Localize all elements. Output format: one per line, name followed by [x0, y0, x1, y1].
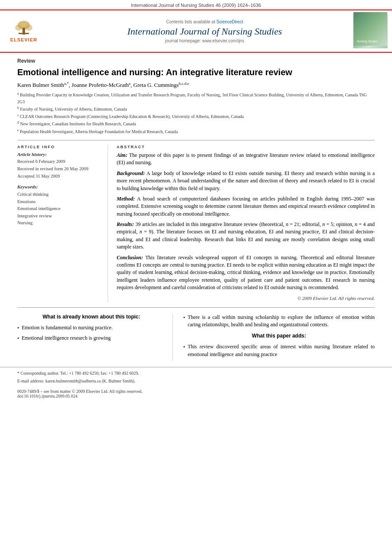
adds-bullet-1: • This review discovered specific areas …	[183, 343, 375, 358]
abstract-method: Method: A broad search of computerized d…	[117, 195, 375, 218]
method-text: A broad search of computerized databases…	[117, 196, 375, 217]
author-2-sup: a	[129, 81, 131, 86]
bullet-icon-2: •	[17, 335, 19, 342]
elsevier-wordmark: ELSEVIER	[10, 37, 37, 42]
bottom-section: What is already known about this topic: …	[17, 307, 375, 361]
received-date: Received 6 February 2009	[17, 158, 102, 166]
known-bullet-2-text: Emotional intelligence research is growi…	[22, 334, 166, 342]
author-2: Joanne Profetto-McGrath	[72, 82, 129, 88]
abstract-heading: ABSTRACT	[117, 145, 375, 149]
elsevier-logo: ELSEVIER	[4, 19, 43, 43]
article-info-abstract: ARTICLE INFO Article history: Received 6…	[17, 140, 375, 302]
keyword-2: Emotions	[17, 198, 102, 205]
main-content: Review Emotional intelligence and nursin…	[0, 53, 392, 361]
adds-bullet-1-text: This review discovered specific areas of…	[188, 343, 375, 358]
background-label: Background:	[117, 170, 145, 176]
author-3: Greta G. Cummings	[134, 82, 179, 88]
banner-center: Contents lists available at ScienceDirec…	[61, 19, 349, 43]
paper-adds-box: • There is a call within nursing scholar…	[182, 314, 375, 361]
journal-reference: International Journal of Nursing Studies…	[0, 0, 392, 10]
svg-text:Nursing Studies: Nursing Studies	[357, 40, 378, 43]
known-topic-heading: What is already known about this topic:	[17, 314, 166, 320]
known-bullet-1: • Emotion is fundamental to nursing prac…	[17, 324, 166, 332]
method-label: Method:	[117, 196, 135, 202]
article-title: Emotional intelligence and nursing: An i…	[17, 67, 375, 78]
sciencedirect-link[interactable]: ScienceDirect	[217, 19, 243, 24]
bullet-icon-1: •	[17, 325, 19, 332]
abstract-background: Background: A large body of knowledge re…	[117, 170, 375, 192]
conclusion-label: Conclusion:	[117, 255, 143, 261]
conclusion-text: This literature reveals widespread suppo…	[117, 255, 375, 291]
journal-banner: ELSEVIER Contents lists available at Sci…	[0, 10, 392, 53]
aim-label: Aim:	[117, 152, 127, 158]
footer: * Corresponding author. Tel.: +1 780 492…	[0, 367, 392, 403]
elsevier-logo-area: ELSEVIER	[4, 19, 56, 43]
affil-c: c CLEAR Outcomes Research Program (Conne…	[17, 113, 375, 120]
email-line: E-mail address: karen.bulmersmith@ualber…	[17, 378, 375, 384]
history-label: Article history:	[17, 152, 102, 157]
article-type: Review	[17, 58, 375, 64]
affil-a: a Building Provider Capacity in Knowledg…	[17, 91, 375, 105]
abstract-aim: Aim: The purpose of this paper is to pre…	[117, 152, 375, 167]
keywords-block: Keywords: Critical thinking Emotions Emo…	[17, 184, 102, 226]
keyword-3: Emotional intelligence	[17, 205, 102, 212]
author-1-sup: a,*	[64, 81, 69, 86]
abstract-conclusion: Conclusion: This literature reveals wide…	[117, 254, 375, 292]
known-bullet-1-text: Emotion is fundamental to nursing practi…	[22, 324, 166, 331]
right-bullet-1-text: There is a call within nursing scholarsh…	[188, 314, 375, 329]
abstract-column: ABSTRACT Aim: The purpose of this paper …	[117, 145, 375, 302]
affiliations: a Building Provider Capacity in Knowledg…	[17, 91, 375, 135]
background-text: A large body of knowledge related to EI …	[117, 170, 375, 191]
journal-title: International Journal of Nursing Studies	[61, 26, 349, 37]
elsevier-tree-icon	[11, 20, 37, 36]
svg-rect-5	[19, 33, 29, 34]
journal-cover-svg: Nursing Studies	[354, 12, 387, 46]
aim-text: The purpose of this paper is to present …	[117, 152, 375, 166]
journal-ref-text: International Journal of Nursing Studies…	[131, 3, 261, 8]
affil-d: d New Investigator, Canadian Institutes …	[17, 120, 375, 127]
article-info-heading: ARTICLE INFO	[17, 145, 102, 149]
accepted-date: Accepted 31 May 2009	[17, 173, 102, 180]
paper-adds-heading: What this paper adds:	[183, 333, 375, 339]
results-label: Results:	[117, 221, 134, 227]
affil-b: b Faculty of Nursing, University of Albe…	[17, 105, 375, 112]
right-bullet-1: • There is a call within nursing scholar…	[183, 314, 375, 329]
bullet-icon-r1: •	[183, 314, 185, 322]
article-info-column: ARTICLE INFO Article history: Received 6…	[17, 145, 108, 302]
keyword-5: Nursing	[17, 219, 102, 226]
bullet-icon-a1: •	[183, 344, 185, 351]
svg-point-3	[25, 25, 32, 31]
keywords-label: Keywords:	[17, 184, 102, 189]
corresponding-author: * Corresponding author. Tel.: +1 780 492…	[17, 370, 375, 376]
author-1: Karen Bulmer Smith	[17, 82, 64, 88]
license-line: 0020-7489/$ – see front matter © 2009 El…	[17, 389, 375, 394]
copyright-line: © 2009 Elsevier Ltd. All rights reserved…	[117, 295, 375, 302]
journal-cover-image: Nursing Studies	[353, 14, 388, 48]
revised-date: Received in revised form 26 May 2009	[17, 166, 102, 173]
svg-point-2	[15, 25, 22, 31]
keyword-1: Critical thinking	[17, 191, 102, 198]
abstract-results: Results: 39 articles are included in thi…	[117, 221, 375, 251]
contents-available: Contents lists available at ScienceDirec…	[61, 19, 349, 24]
journal-homepage: journal homepage: www.elsevier.com/ijns	[61, 38, 349, 43]
doi-line: doi:10.1016/j.ijnurstu.2009.05.024	[17, 394, 375, 398]
page-wrapper: International Journal of Nursing Studies…	[0, 0, 392, 535]
results-text: 39 articles are included in this integra…	[117, 221, 375, 250]
affil-e: e Population Health Investigator, Albert…	[17, 128, 375, 135]
abstract-content: Aim: The purpose of this paper is to pre…	[117, 152, 375, 302]
keyword-4: Integrative review	[17, 212, 102, 220]
author-3-sup: b,c,d,e	[179, 81, 189, 86]
known-bullet-2: • Emotional intelligence research is gro…	[17, 334, 166, 342]
known-topic-box: What is already known about this topic: …	[17, 314, 173, 361]
article-history: Article history: Received 6 February 200…	[17, 152, 102, 180]
authors-line: Karen Bulmer Smitha,*, Joanne Profetto-M…	[17, 81, 375, 89]
